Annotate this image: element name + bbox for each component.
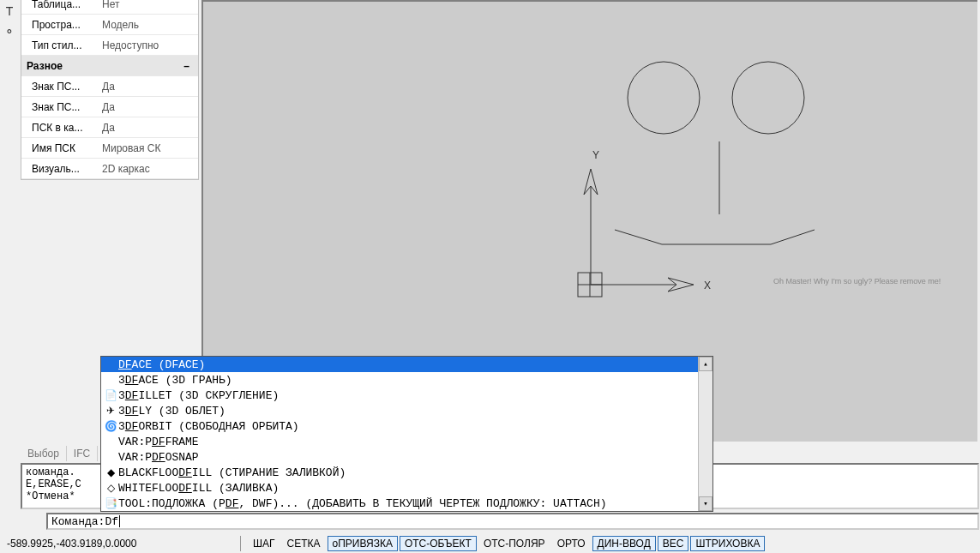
autocomplete-item[interactable]: ◇WHITEFLOODFILL (ЗАЛИВКА) [101, 480, 698, 496]
autocomplete-item-icon: 📑 [103, 497, 118, 509]
autocomplete-item-icon: ◆ [103, 466, 118, 478]
tab-ifc[interactable]: IFC [67, 446, 98, 461]
caret-icon [119, 515, 120, 527]
svg-point-0 [628, 62, 700, 134]
property-value[interactable]: Да [99, 119, 198, 136]
autocomplete-item-label: WHITEFLOODFILL (ЗАЛИВКА) [118, 482, 279, 495]
properties-panel: Таблица... Нет Простра... Модель Тип сти… [21, 0, 199, 180]
property-value[interactable]: Недоступно [99, 37, 198, 54]
autocomplete-item-label: 3DFORBIT (СВОБОДНАЯ ОРБИТА) [118, 420, 299, 433]
autocomplete-item-label: 3DFILLET (3D СКРУГЛЕНИЕ) [118, 389, 279, 402]
canvas-annotation: Oh Master! Why I'm so ugly? Please remov… [773, 277, 941, 286]
status-bar: -589.9925,-403.9189,0.0000 ШАГСЕТКАоПРИВ… [0, 533, 980, 553]
autocomplete-item-label: 3DFLY (3D ОБЛЕТ) [118, 405, 225, 418]
property-value[interactable]: Да [99, 78, 198, 95]
property-label: Простра... [21, 16, 99, 33]
property-value[interactable]: Да [99, 99, 198, 116]
status-toggle[interactable]: СЕТКА [282, 536, 326, 551]
status-toggle[interactable]: ОТС-ОБЪЕКТ [400, 536, 477, 551]
autocomplete-item[interactable]: 📄3DFILLET (3D СКРУГЛЕНИЕ) [101, 388, 698, 403]
property-row[interactable]: ПСК в ка... Да [21, 117, 198, 138]
property-row[interactable]: Визуаль... 2D каркас [21, 159, 198, 179]
props-tabs: Выбор IFC [21, 446, 98, 461]
autocomplete-item-label: VAR:PDFOSNAP [118, 451, 199, 464]
left-toolbar: T ⚬ [0, 0, 21, 43]
status-toggle[interactable]: ШАГ [248, 536, 280, 551]
property-row[interactable]: Имя ПСК Мировая СК [21, 138, 198, 159]
tab-select[interactable]: Выбор [21, 446, 67, 461]
autocomplete-item[interactable]: ◆BLACKFLOODFILL (СТИРАНИЕ ЗАЛИВКОЙ) [101, 465, 698, 480]
scrollbar-track[interactable] [699, 371, 712, 496]
autocomplete-item-label: 3DFACE (3D ГРАНЬ) [118, 374, 232, 387]
property-value[interactable]: Мировая СК [99, 140, 198, 157]
property-value[interactable]: 2D каркас [99, 160, 198, 177]
command-autocomplete-popup: DFACE (DFACE)3DFACE (3D ГРАНЬ)📄3DFILLET … [100, 356, 713, 512]
autocomplete-item[interactable]: ✈3DFLY (3D ОБЛЕТ) [101, 403, 698, 418]
axis-y-label: Y [592, 149, 599, 161]
property-value[interactable]: Нет [99, 0, 198, 13]
property-row[interactable]: Простра... Модель [21, 15, 198, 35]
autocomplete-scrollbar[interactable]: ▴ ▾ [698, 357, 712, 511]
property-label: Таблица... [21, 0, 99, 13]
scroll-up-icon[interactable]: ▴ [699, 357, 712, 371]
autocomplete-item-label: DFACE (DFACE) [118, 358, 205, 371]
autocomplete-item-label: BLACKFLOODFILL (СТИРАНИЕ ЗАЛИВКОЙ) [118, 466, 346, 479]
status-toggle[interactable]: ДИН-ВВОД [592, 536, 656, 551]
circle-tool-icon[interactable]: ⚬ [0, 22, 19, 41]
property-section-header[interactable]: Разное – [21, 56, 198, 76]
autocomplete-item[interactable]: 🌀3DFORBIT (СВОБОДНАЯ ОРБИТА) [101, 418, 698, 434]
separator [240, 536, 241, 551]
autocomplete-item-icon: ◇ [103, 482, 118, 494]
mode-toggles: ШАГСЕТКАоПРИВЯЗКАОТС-ОБЪЕКТОТС-ПОЛЯРОРТО… [240, 536, 765, 551]
property-label: Визуаль... [21, 160, 99, 177]
text-tool-icon[interactable]: T [0, 2, 19, 21]
coordinates-readout: -589.9925,-403.9189,0.0000 [0, 538, 240, 550]
svg-point-1 [732, 62, 804, 134]
autocomplete-item[interactable]: 📑TOOL:ПОДЛОЖКА (PDF, DWF)... (ДОБАВИТЬ В… [101, 496, 698, 511]
autocomplete-item-icon: ✈ [103, 405, 118, 417]
property-value[interactable]: Модель [99, 16, 198, 33]
property-label: Имя ПСК [21, 140, 99, 157]
property-label: ПСК в ка... [21, 119, 99, 136]
autocomplete-item-icon: 🌀 [103, 420, 118, 432]
property-row[interactable]: Таблица... Нет [21, 0, 198, 15]
section-title: Разное [27, 60, 63, 72]
command-prompt: Команда: [51, 515, 105, 528]
autocomplete-item[interactable]: DFACE (DFACE) [101, 357, 698, 372]
property-row[interactable]: Знак ПС... Да [21, 97, 198, 117]
command-typed-text: Df [105, 515, 118, 528]
scroll-down-icon[interactable]: ▾ [699, 496, 712, 511]
status-toggle[interactable]: ОРТО [552, 536, 591, 551]
autocomplete-item[interactable]: VAR:PDFFRAME [101, 434, 698, 449]
command-input[interactable]: Команда: Df [46, 513, 979, 530]
status-toggle[interactable]: ОТС-ПОЛЯР [478, 536, 550, 551]
property-label: Знак ПС... [21, 99, 99, 116]
autocomplete-item-label: TOOL:ПОДЛОЖКА (PDF, DWF)... (ДОБАВИТЬ В … [118, 497, 607, 510]
property-label: Знак ПС... [21, 78, 99, 95]
property-row[interactable]: Тип стил... Недоступно [21, 35, 198, 56]
autocomplete-item[interactable]: 3DFACE (3D ГРАНЬ) [101, 372, 698, 388]
property-row[interactable]: Знак ПС... Да [21, 76, 198, 97]
collapse-icon[interactable]: – [180, 60, 193, 72]
status-toggle[interactable]: оПРИВЯЗКА [328, 536, 398, 551]
axis-x-label: X [704, 280, 711, 292]
autocomplete-item-icon: 📄 [103, 389, 118, 401]
autocomplete-list[interactable]: DFACE (DFACE)3DFACE (3D ГРАНЬ)📄3DFILLET … [101, 357, 698, 511]
status-toggle[interactable]: ВЕС [658, 536, 689, 551]
autocomplete-item-label: VAR:PDFFRAME [118, 436, 199, 448]
property-label: Тип стил... [21, 37, 99, 54]
status-toggle[interactable]: ШТРИХОВКА [690, 536, 765, 551]
autocomplete-item[interactable]: VAR:PDFOSNAP [101, 449, 698, 465]
